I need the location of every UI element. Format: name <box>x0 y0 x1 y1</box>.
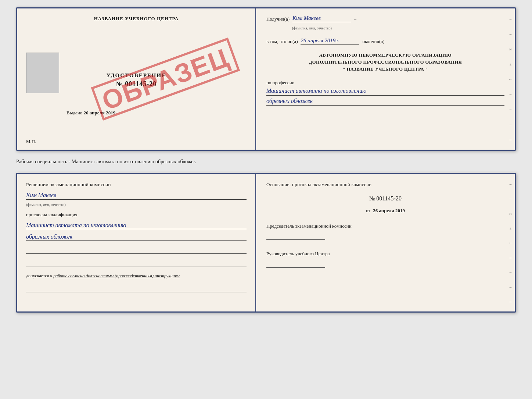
qualification-prefix: присвоена квалификация <box>26 212 247 218</box>
chairman-block: Председатель экзаменационной комиссии <box>266 222 504 240</box>
document-container: НАЗВАНИЕ УЧЕБНОГО ЦЕНТРА УДОСТОВЕРЕНИЕ №… <box>16 7 516 313</box>
qualification-line1: Машинист автомата по изготовлению <box>26 222 247 229</box>
bottom-document: Решением экзаменационной комиссии Ким Ма… <box>16 173 516 313</box>
profession-line2: обрезных обложек <box>266 98 504 106</box>
date-value: 26 апреля 2019г. <box>301 38 359 44</box>
certificate-left-panel: НАЗВАНИЕ УЧЕБНОГО ЦЕНТРА УДОСТОВЕРЕНИЕ №… <box>17 8 256 150</box>
profession-block: по профессии Машинист автомата по изгото… <box>266 79 504 106</box>
issued-date-value: 26 апреля 2019 <box>84 110 116 115</box>
admission-italic: работе согласно должностным (производств… <box>53 273 180 278</box>
admission-text: допускается к работе согласно должностны… <box>26 273 247 279</box>
received-row: Получил(а) Ким Макеев – <box>266 15 504 22</box>
qualification-line2: обрезных обложек <box>26 234 247 241</box>
name-sub-top: (фамилия, имя, отчество) <box>292 26 332 30</box>
certificate-right-panel: Получил(а) Ким Макеев – (фамилия, имя, о… <box>256 8 515 150</box>
bottom-right-panel: Основание: протокол экзаменационной коми… <box>256 174 515 311</box>
finished-label: окончил(а) <box>362 39 384 44</box>
date-value-bottom: 26 апреля 2019 <box>373 208 405 213</box>
decision-text: Решением экзаменационной комиссии <box>26 181 247 188</box>
photo-placeholder <box>26 53 59 93</box>
org-line1: АВТОНОМНУЮ НЕКОММЕРЧЕСКУЮ ОРГАНИЗАЦИЮ <box>266 52 504 59</box>
empty-line-3 <box>26 284 247 292</box>
admission-prefix: допускается к <box>26 273 52 278</box>
chairman-sig-line <box>266 231 325 240</box>
issued-prefix: Выдано <box>66 110 82 115</box>
date-prefix: в том, что он(а) <box>266 39 298 44</box>
protocol-date: от 26 апреля 2019 <box>266 208 504 214</box>
empty-line-2 <box>26 259 247 267</box>
school-name-top: НАЗВАНИЕ УЧЕБНОГО ЦЕНТРА <box>94 16 179 22</box>
issued-date: Выдано 26 апреля 2019 <box>66 110 115 116</box>
bottom-left-panel: Решением экзаменационной комиссии Ким Ма… <box>17 174 256 311</box>
cert-label: УДОСТОВЕРЕНИЕ <box>107 72 166 79</box>
received-prefix: Получил(а) <box>266 16 290 22</box>
separator-text: Рабочая специальность - Машинист автомат… <box>16 157 516 167</box>
date-row: в том, что он(а) 26 апреля 2019г. окончи… <box>266 38 504 44</box>
name-sub-bottom: (фамилия, имя, отчество) <box>26 203 247 207</box>
cert-number: № 001145-20 <box>116 80 157 88</box>
person-name: Ким Макеев <box>26 192 247 200</box>
protocol-number: № 001145-20 <box>266 195 504 202</box>
org-line3: " НАЗВАНИЕ УЧЕБНОГО ЦЕНТРА " <box>266 66 504 73</box>
right-side-dashes-2: – – и а ← – – – – <box>508 174 513 311</box>
obrazec-stamp: ОБРАЗЕЦ <box>91 38 240 121</box>
received-name: Ким Макеев <box>292 15 351 22</box>
head-block: Руководитель учебного Центра <box>266 250 504 267</box>
right-side-dashes: – – и а ← – – – – <box>508 8 513 150</box>
head-label: Руководитель учебного Центра <box>266 251 330 256</box>
head-sig-line <box>266 259 325 268</box>
org-block: АВТОНОМНУЮ НЕКОММЕРЧЕСКУЮ ОРГАНИЗАЦИЮ ДО… <box>266 52 504 72</box>
top-document: НАЗВАНИЕ УЧЕБНОГО ЦЕНТРА УДОСТОВЕРЕНИЕ №… <box>16 7 516 151</box>
mp-label: М.П. <box>26 139 36 145</box>
empty-line-1 <box>26 246 247 254</box>
basis-text: Основание: протокол экзаменационной коми… <box>266 181 504 188</box>
chairman-label: Председатель экзаменационной комиссии <box>266 223 352 229</box>
profession-line1: Машинист автомата по изготовлению <box>266 86 504 96</box>
org-line2: ДОПОЛНИТЕЛЬНОГО ПРОФЕССИОНАЛЬНОГО ОБРАЗО… <box>266 59 504 66</box>
date-prefix-bottom: от <box>366 208 370 213</box>
profession-prefix: по профессии <box>266 80 295 85</box>
